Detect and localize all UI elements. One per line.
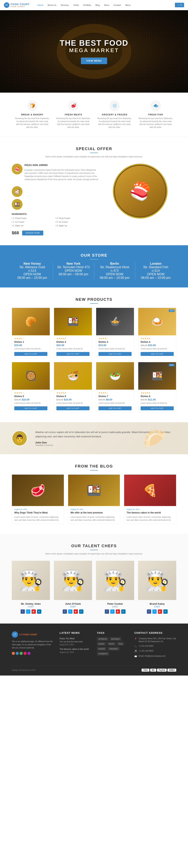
chef-facebook-icon-2[interactable]: f: [105, 610, 109, 614]
site-logo[interactable]: LT Food Court Food Court: [4, 2, 30, 8]
nav-item-blog[interactable]: Blog: [93, 3, 102, 7]
chef-linkedin-icon-0[interactable]: in: [37, 610, 41, 614]
chef-twitter-icon-2[interactable]: t: [110, 610, 115, 614]
footer-color-dot-4[interactable]: [28, 652, 31, 655]
add-to-cart-button-3[interactable]: ADD TO CART: [141, 352, 174, 356]
nav-link-home[interactable]: Home: [35, 3, 45, 7]
payment-icon-2: PayPal: [157, 669, 167, 672]
product-old-price-4: $20.00: [14, 399, 21, 401]
add-to-cart-button-5[interactable]: ADD TO CART: [57, 406, 89, 410]
ingredient-item-3: 5. Ice Cream: [55, 220, 98, 223]
footer-tag-5[interactable]: product: [97, 647, 107, 651]
chef-youtube-icon-0[interactable]: ▶: [32, 610, 36, 614]
nav-link-services[interactable]: Services: [59, 3, 71, 7]
add-to-cart-button-6[interactable]: ADD TO CART: [99, 406, 131, 410]
chef-linkedin-icon-1[interactable]: in: [79, 610, 83, 614]
footer-color-dot-3[interactable]: [24, 652, 27, 655]
footer-tag-1[interactable]: developer: [110, 637, 121, 641]
blog-card-2: 🍕 August 20, 2014 The famous cakes in th…: [124, 474, 176, 524]
nav-item-store[interactable]: Store: [102, 3, 111, 7]
footer-news-item-title-0[interactable]: Enjoy You Meal: [60, 637, 91, 640]
product-card-4: 🥘 ★★★★☆ Dishes 5 $20.00$10.00 Lorem ipsu…: [12, 362, 50, 412]
payment-icon-1: MC: [150, 669, 156, 672]
product-info-0: ★★★★☆ Dishes 1 $15.00 Lorem ipsum dolor …: [12, 335, 50, 358]
chef-twitter-icon-1[interactable]: t: [68, 610, 72, 614]
nav-item-home[interactable]: Home: [35, 3, 45, 7]
footer: LT LT FOOD COURT This is an additional p…: [0, 623, 188, 676]
special-offer-section: SPECIAL OFFER Nemo enim ipsam voluptatem…: [0, 137, 188, 245]
nav-item-menu[interactable]: Menu: [123, 3, 133, 7]
chef-facebook-icon-1[interactable]: f: [63, 610, 67, 614]
footer-tag-4[interactable]: food: [117, 642, 124, 646]
product-stars-6: ★★★★☆: [99, 392, 131, 394]
store-address-3: Str. Standard Fish n.514: [139, 266, 172, 273]
blog-excerpt-1: Lorem ipsum dolor sit amet, consectetur …: [71, 516, 118, 522]
chef-facebook-icon-0[interactable]: f: [21, 610, 25, 614]
add-to-cart-button-0[interactable]: ADD TO CART: [14, 352, 47, 356]
nav-links: HomeAbout UsServicesChefsPortfolioBlogSt…: [35, 3, 175, 7]
chef-youtube-icon-1[interactable]: ▶: [74, 610, 78, 614]
nav-link-about-us[interactable]: About Us: [46, 3, 59, 7]
add-to-cart-button-1[interactable]: ADD TO CART: [57, 352, 89, 356]
footer-color-dot-2[interactable]: [20, 652, 23, 655]
blog-section: FROM THE BLOG 🥩 August 20, 2014 Why Dogs…: [0, 454, 188, 534]
chef-youtube-icon-3[interactable]: ▶: [158, 610, 162, 614]
payment-icon-3: AMEX: [167, 669, 176, 672]
footer-tag-6[interactable]: education: [108, 647, 119, 651]
footer-color-dot-0[interactable]: [12, 652, 15, 655]
feature-item-3: 🐟 FRESH FISH Receiving the top-meal from…: [135, 100, 176, 129]
ingredients-title: INGREDIENTS:: [12, 213, 98, 215]
nav-item-portfolio[interactable]: Portfolio: [81, 3, 93, 7]
product-old-price-7: $23.00: [141, 399, 147, 401]
nav-link-menu[interactable]: Menu: [123, 3, 133, 7]
features-section: 🍞 BREAK & BAKERY Receiving the top-meal …: [0, 93, 188, 137]
product-price-4: $20.00$10.00: [14, 398, 47, 401]
store-address-2: Str. Realismust Hirist n.473: [98, 266, 131, 273]
chef-twitter-icon-3[interactable]: t: [152, 610, 157, 614]
chef-linkedin-icon-2[interactable]: in: [121, 610, 125, 614]
nav-item-about-us[interactable]: About Us: [46, 3, 59, 7]
hero-cta-button[interactable]: VIEW MENU: [81, 58, 107, 64]
product-stars-7: ★★★★★: [141, 392, 174, 394]
nav-item-services[interactable]: Services: [59, 3, 71, 7]
footer-color-dot-1[interactable]: [16, 652, 19, 655]
chef-linkedin-icon-3[interactable]: in: [163, 610, 167, 614]
product-img-7: 🍱 NEW: [138, 362, 176, 390]
special-offer-right: 🍣: [104, 164, 176, 219]
product-desc-7: Lorem ipsum dolor sit amet ifo.: [141, 402, 174, 405]
product-stars-4: ★★★★☆: [14, 392, 47, 394]
footer-news-item-title-1[interactable]: The famous cakes in the world: [60, 648, 91, 651]
feature-item-0: 🍞 BREAK & BAKERY Receiving the top-meal …: [12, 100, 53, 129]
footer-color-dots: [12, 652, 54, 655]
add-to-cart-button-7[interactable]: ADD TO CART: [141, 406, 174, 410]
nav-link-chefs[interactable]: Chefs: [71, 3, 81, 7]
nav-link-blog[interactable]: Blog: [93, 3, 102, 7]
product-card-7: 🍱 NEW ★★★★★ Dishes 8 $23.00$11.00 Lorem …: [138, 362, 176, 412]
footer-news-title: Latest News: [60, 631, 91, 634]
footer-tags-col: Tags architectsdeveloperpainterthemefood…: [97, 631, 128, 660]
chef-youtube-icon-2[interactable]: ▶: [116, 610, 120, 614]
nav-item-chefs[interactable]: Chefs: [71, 3, 81, 7]
cart-button[interactable]: 🛒 0: [175, 3, 184, 7]
footer-tag-2[interactable]: painter: [97, 642, 106, 646]
nav-link-portfolio[interactable]: Portfolio: [81, 3, 93, 7]
footer-tag-3[interactable]: theme: [107, 642, 116, 646]
product-name-2: Dishes 3: [99, 341, 131, 343]
footer-grid: LT LT FOOD COURT This is an additional p…: [12, 631, 176, 660]
ingredient-item-1: 4. Pizza Frozen: [55, 217, 98, 220]
order-now-button[interactable]: ORDER NOW: [22, 230, 43, 236]
nav-link-store[interactable]: Store: [102, 3, 111, 7]
chef-img-1: 👨‍🍳: [54, 561, 92, 600]
chef-facebook-icon-3[interactable]: f: [147, 610, 151, 614]
fax-icon: 📠: [134, 650, 137, 653]
nav-item-contact[interactable]: Contact: [112, 3, 123, 7]
add-to-cart-button-2[interactable]: ADD TO CART: [99, 352, 131, 356]
chef-twitter-icon-0[interactable]: t: [26, 610, 30, 614]
small-dish-info-1: PIZZA SON JORNO A popular contemporary l…: [25, 164, 98, 184]
add-to-cart-button-4[interactable]: ADD TO CART: [14, 406, 47, 410]
special-offer-layout: 🍣 PIZZA SON JORNO A popular contemporary…: [12, 164, 176, 236]
nav-link-contact[interactable]: Contact: [112, 3, 123, 7]
footer-tag-0[interactable]: architects: [97, 637, 109, 641]
footer-about-col: LT LT FOOD COURT This is an additional p…: [12, 631, 54, 660]
footer-tag-7[interactable]: wordpress: [97, 652, 109, 655]
